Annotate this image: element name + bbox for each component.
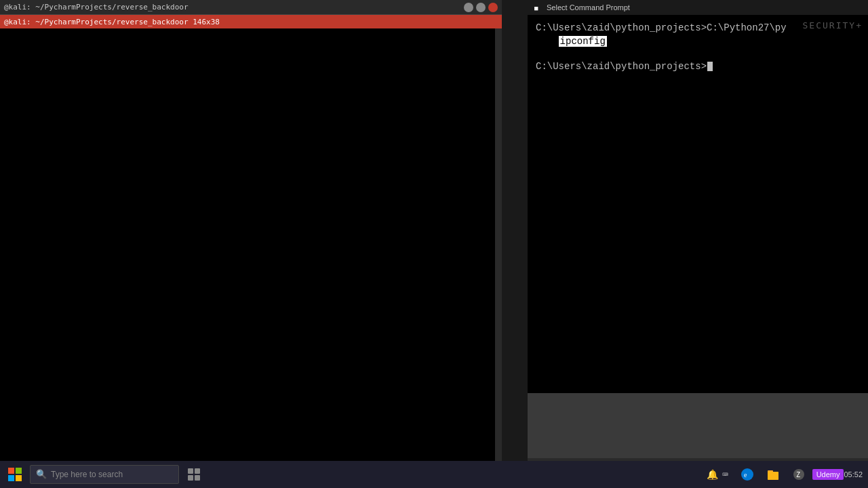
search-icon: 🔍 xyxy=(36,469,47,480)
task-view-icon xyxy=(187,468,201,481)
windows-logo-icon xyxy=(8,468,22,481)
explorer-icon xyxy=(766,468,780,481)
udemy-badge[interactable]: Udemy xyxy=(812,469,844,480)
taskbar-running-apps: 🔔 ⌨ e Z Udemy xyxy=(701,462,844,487)
taskbar-app-unknown1[interactable]: Z xyxy=(787,462,811,487)
taskbar-clock: 05:52 xyxy=(844,470,865,479)
maximize-button[interactable] xyxy=(476,3,486,12)
svg-point-6 xyxy=(741,468,753,481)
svg-rect-2 xyxy=(188,468,193,474)
taskbar-app-explorer[interactable] xyxy=(761,462,785,487)
cmd-line-2: ipconfig xyxy=(536,35,860,49)
taskbar[interactable]: 🔍 Type here to search 🔔 ⌨ e xyxy=(0,461,868,488)
left-scrollbar[interactable] xyxy=(495,28,502,461)
keyboard-icon[interactable]: ⌨ xyxy=(722,469,728,481)
watermark: SECURITY+ xyxy=(803,20,863,30)
svg-text:e: e xyxy=(744,471,747,479)
right-titlebar-text: Select Command Prompt xyxy=(547,3,630,12)
right-bottom-gray-area xyxy=(528,393,868,462)
start-button[interactable] xyxy=(3,462,27,487)
cursor xyxy=(707,62,713,71)
right-titlebar: ■ Select Command Prompt xyxy=(528,0,868,15)
left-titlebar-text: @kali: ~/PycharmProjects/reverse_backdoo… xyxy=(4,3,189,12)
left-titlebar-buttons xyxy=(464,3,498,12)
cmd-icon: ■ xyxy=(533,3,542,12)
taskbar-app-edge[interactable]: e xyxy=(735,462,760,487)
svg-text:■: ■ xyxy=(534,5,538,12)
left-subtitle-text: @kali: ~/PycharmProjects/reverse_backdoo… xyxy=(4,18,220,26)
close-button[interactable] xyxy=(488,3,498,12)
systray: 🔔 ⌨ xyxy=(701,469,733,481)
svg-rect-3 xyxy=(195,468,200,474)
cmd-line-3: C:\Users\zaid\python_projects> xyxy=(536,60,860,74)
svg-text:Z: Z xyxy=(796,471,800,479)
right-terminal-body[interactable]: SECURITY+ C:\Users\zaid\python_projects>… xyxy=(528,15,868,393)
minimize-button[interactable] xyxy=(464,3,473,12)
svg-rect-5 xyxy=(195,475,200,481)
task-view-button[interactable] xyxy=(182,462,206,487)
taskbar-search-placeholder: Type here to search xyxy=(51,470,123,479)
app1-icon: Z xyxy=(792,468,806,481)
left-terminal-panel[interactable]: @kali: ~/PycharmProjects/reverse_backdoo… xyxy=(0,0,502,461)
notification-icon[interactable]: 🔔 xyxy=(707,469,718,481)
left-terminal-body[interactable] xyxy=(0,28,502,461)
taskbar-search-box[interactable]: 🔍 Type here to search xyxy=(30,465,179,484)
svg-rect-4 xyxy=(188,475,193,481)
left-titlebar: @kali: ~/PycharmProjects/reverse_backdoo… xyxy=(0,0,502,15)
cmd-highlight-ipconfig: ipconfig xyxy=(559,36,607,47)
edge-icon: e xyxy=(741,468,754,481)
right-cmd-panel[interactable]: ■ Select Command Prompt SECURITY+ C:\Use… xyxy=(528,0,868,393)
clock-time: 05:52 xyxy=(844,470,863,479)
svg-rect-10 xyxy=(768,472,778,480)
left-subtitle-bar: @kali: ~/PycharmProjects/reverse_backdoo… xyxy=(0,15,502,28)
